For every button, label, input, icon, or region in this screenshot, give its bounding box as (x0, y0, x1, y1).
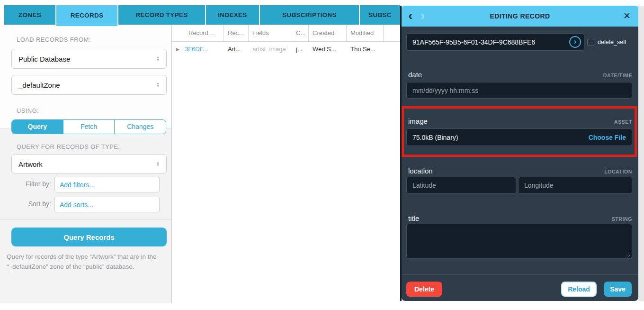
tab-indexes[interactable]: INDEXES (206, 5, 259, 25)
column-record-type[interactable]: Rec... (224, 25, 249, 41)
chevron-updown-icon: ▲▼ (156, 82, 160, 88)
close-icon[interactable]: ✕ (623, 6, 631, 27)
chevron-updown-icon: ▲▼ (156, 56, 160, 62)
zone-select[interactable]: _defaultZone ▲▼ (11, 75, 167, 95)
location-field-label: location (408, 167, 433, 175)
record-type-cell: Art... (224, 46, 249, 53)
tab-record-types[interactable]: RECORD TYPES (118, 5, 205, 25)
next-record-icon[interactable]: › (420, 6, 425, 27)
fields-cell: artist, image (249, 46, 292, 53)
latitude-input[interactable] (406, 177, 516, 194)
editor-body: › delete_self date DATE/TIME image ASSET… (402, 27, 638, 301)
database-select-value: Public Database (18, 55, 70, 63)
delete-self-label: delete_self (598, 39, 626, 46)
record-type-select[interactable]: Artwork ▲▼ (11, 155, 167, 173)
longitude-input[interactable] (518, 177, 632, 194)
using-segmented-control: Query Fetch Changes (11, 119, 166, 134)
asset-size-value: 75.0kB (Binary) (412, 134, 458, 141)
filter-by-label: Filter by: (0, 180, 51, 188)
segment-changes[interactable]: Changes (114, 120, 166, 134)
date-field-label: date (408, 71, 422, 79)
sidebar-divider (0, 219, 171, 220)
table-row[interactable]: ▶3F6DF... Art... artist, image j... Wed … (172, 42, 400, 56)
database-select[interactable]: Public Database ▲▼ (11, 49, 167, 69)
record-name-link[interactable]: 3F6DF... (185, 46, 208, 53)
modified-cell: Thu Se... (347, 46, 384, 53)
created-cell: Wed S... (309, 46, 347, 53)
cloudkit-dashboard: ZONES RECORDS RECORD TYPES INDEXES SUBSC… (0, 0, 644, 310)
record-id-group: › (406, 33, 584, 51)
chevron-updown-icon: ▲▼ (156, 161, 160, 167)
query-sidebar: LOAD RECORDS FROM: Public Database ▲▼ _d… (0, 25, 172, 303)
query-description: Query for records of the type “Artwork” … (7, 252, 166, 272)
title-field-type: STRING (612, 216, 632, 222)
editor-header: ‹ › EDITING RECORD ✕ (402, 6, 638, 27)
column-record-name[interactable]: Record ... (172, 25, 224, 41)
load-records-label: LOAD RECORDS FROM: (17, 36, 91, 43)
sort-by-label: Sort by: (0, 200, 51, 208)
title-field-label: title (408, 214, 419, 222)
open-record-icon[interactable]: › (569, 36, 581, 48)
disclosure-triangle-icon[interactable]: ▶ (176, 47, 179, 52)
tab-subscription-types[interactable]: SUBSC (360, 5, 400, 25)
tab-zones[interactable]: ZONES (4, 5, 55, 25)
location-field-type: LOCATION (604, 169, 632, 174)
footer-divider (402, 274, 638, 275)
image-field-type: ASSET (614, 119, 632, 125)
segment-fetch[interactable]: Fetch (63, 120, 115, 134)
c-cell: j... (292, 46, 309, 53)
choose-file-button[interactable]: Choose File (589, 134, 626, 141)
column-fields[interactable]: Fields (249, 25, 292, 41)
segment-query[interactable]: Query (12, 120, 63, 134)
editor-title: EDITING RECORD (490, 12, 550, 20)
add-sorts-input[interactable] (54, 197, 160, 212)
record-id-input[interactable] (406, 33, 584, 51)
image-field-label: image (408, 117, 428, 125)
save-button[interactable]: Save (604, 282, 632, 297)
record-name-cell[interactable]: ▶3F6DF... (172, 46, 224, 53)
page-gutter (638, 6, 644, 301)
query-records-button[interactable]: Query Records (11, 228, 167, 246)
add-filters-input[interactable] (54, 177, 160, 192)
zone-select-value: _defaultZone (18, 81, 60, 89)
column-c[interactable]: C... (292, 25, 309, 41)
column-modified[interactable]: Modified (347, 25, 384, 41)
title-textarea[interactable] (406, 224, 632, 259)
delete-self-checkbox[interactable] (587, 39, 594, 46)
column-empty (384, 25, 400, 41)
column-created[interactable]: Created (309, 25, 347, 41)
record-type-select-value: Artwork (18, 160, 43, 168)
top-tab-bar: ZONES RECORDS RECORD TYPES INDEXES SUBSC… (4, 5, 400, 26)
using-label: USING: (17, 107, 39, 114)
delete-button[interactable]: Delete (406, 282, 442, 297)
image-asset-field: 75.0kB (Binary) Choose File (406, 128, 632, 146)
records-table: Record ... Rec... Fields C... Created Mo… (172, 25, 400, 56)
tab-records[interactable]: RECORDS (56, 5, 117, 26)
tab-subscriptions[interactable]: SUBSCRIPTIONS (260, 5, 359, 25)
query-type-label: QUERY FOR RECORDS OF TYPE: (17, 143, 120, 150)
date-input[interactable] (406, 82, 632, 99)
previous-record-icon[interactable]: ‹ (408, 6, 412, 27)
table-header: Record ... Rec... Fields C... Created Mo… (172, 25, 400, 42)
reload-button[interactable]: Reload (561, 282, 597, 297)
date-field-type: DATE/TIME (603, 73, 632, 78)
